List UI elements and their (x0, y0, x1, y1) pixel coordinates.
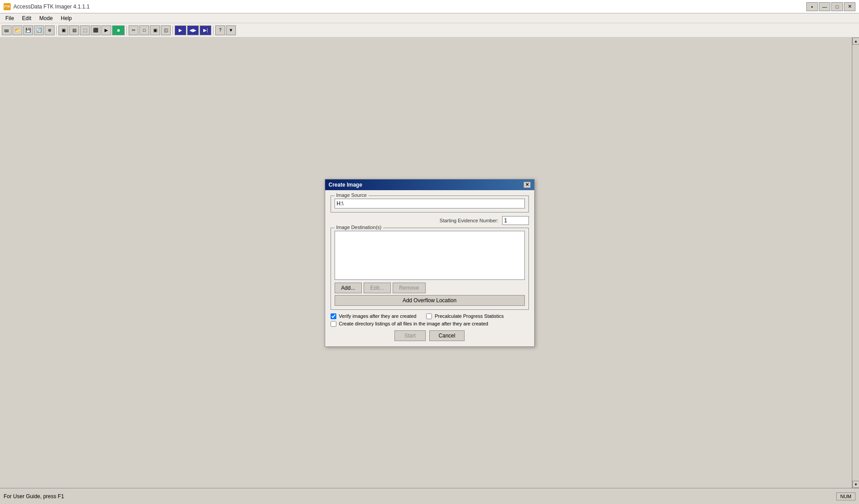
dialog-overlay: Create Image ✕ Image Source Starting Evi… (0, 37, 859, 488)
create-image-dialog: Create Image ✕ Image Source Starting Evi… (325, 179, 535, 347)
toolbar-btn-15[interactable]: ◫ (161, 25, 171, 35)
menu-bar: File Edit Mode Help (0, 13, 859, 23)
checkbox-row-2: Create directory listings of all files i… (331, 321, 529, 327)
menu-edit[interactable]: Edit (18, 14, 35, 22)
dialog-close-button[interactable]: ✕ (524, 182, 531, 188)
start-button[interactable]: Start (394, 330, 426, 341)
menu-mode[interactable]: Mode (36, 14, 56, 22)
toolbar-btn-6[interactable]: ▣ (59, 25, 68, 35)
toolbar-btn-13[interactable]: □ (139, 25, 149, 35)
dialog-title: Create Image (329, 182, 362, 188)
toolbar-btn-7[interactable]: ▤ (69, 25, 79, 35)
title-bar: FTK AccessData FTK Imager 4.1.1.1 ▪ — □ … (0, 0, 859, 13)
toolbar-btn-help[interactable]: ? (215, 25, 225, 35)
evidence-number-label: Starting Evidence Number: (440, 218, 498, 223)
precalculate-checkbox[interactable] (426, 313, 432, 319)
app-title: AccessData FTK Imager 4.1.1.1 (13, 4, 90, 10)
evidence-number-row: Starting Evidence Number: (331, 216, 529, 225)
add-overflow-button[interactable]: Add Overflow Location (335, 295, 525, 306)
image-source-group: Image Source (331, 196, 529, 212)
status-text: For User Guide, press F1 (4, 493, 64, 500)
maximize-button[interactable]: □ (831, 2, 843, 11)
menu-file[interactable]: File (2, 14, 17, 22)
title-bar-left: FTK AccessData FTK Imager 4.1.1.1 (4, 3, 90, 10)
num-indicator: NUM (836, 492, 855, 500)
verify-images-checkbox[interactable] (331, 313, 336, 319)
dialog-title-bar[interactable]: Create Image ✕ (325, 179, 534, 190)
toolbar-btn-1[interactable]: 🖴 (2, 25, 12, 35)
separator-2 (126, 26, 127, 35)
toolbar-btn-18[interactable]: ▶| (200, 25, 211, 35)
toolbar-btn-2[interactable]: 📂 (13, 25, 22, 35)
window-controls: ▪ — □ ✕ (806, 2, 855, 11)
destination-buttons: Add... Edit... Remove (335, 283, 525, 293)
pin-button[interactable]: ▪ (806, 2, 818, 11)
image-source-legend: Image Source (335, 192, 369, 198)
evidence-number-input[interactable] (502, 216, 529, 225)
create-directory-checkbox[interactable] (331, 321, 336, 327)
close-button[interactable]: ✕ (844, 2, 855, 11)
toolbar-btn-10[interactable]: ▶ (101, 25, 111, 35)
toolbar-btn-extra[interactable]: ▼ (226, 25, 236, 35)
remove-button[interactable]: Remove (393, 283, 426, 293)
dialog-content: Image Source Starting Evidence Number: I… (325, 190, 534, 346)
toolbar-btn-14[interactable]: ▣ (150, 25, 160, 35)
toolbar: 🖴 📂 💾 🔄 ⊕ ▣ ▤ ⬚ ⬛ ▶ ■ ✂ □ ▣ ◫ ▶ ◀▶ ▶| ? … (0, 23, 859, 37)
image-destination-group: Image Destination(s) Add... Edit... Remo… (331, 228, 529, 310)
menu-help[interactable]: Help (57, 14, 75, 22)
precalculate-label: Precalculate Progress Statistics (435, 313, 504, 319)
app-icon: FTK (4, 3, 11, 10)
checkbox-row-1: Verify images after they are created Pre… (331, 313, 529, 319)
toolbar-btn-16[interactable]: ▶ (175, 25, 186, 35)
status-bar: For User Guide, press F1 NUM (0, 488, 859, 504)
create-directory-label: Create directory listings of all files i… (339, 321, 488, 326)
separator-3 (172, 26, 173, 35)
image-destination-legend: Image Destination(s) (335, 225, 384, 230)
checkbox-section: Verify images after they are created Pre… (331, 313, 529, 327)
add-button[interactable]: Add... (335, 283, 362, 293)
minimize-button[interactable]: — (819, 2, 830, 11)
separator-1 (56, 26, 57, 35)
bottom-buttons: Start Cancel (331, 330, 529, 341)
toolbar-btn-11[interactable]: ■ (112, 25, 125, 35)
separator-4 (213, 26, 214, 35)
toolbar-btn-3[interactable]: 💾 (23, 25, 33, 35)
toolbar-btn-9[interactable]: ⬛ (91, 25, 101, 35)
edit-button[interactable]: Edit... (364, 283, 391, 293)
destination-list[interactable] (335, 231, 525, 280)
image-source-input[interactable] (335, 199, 525, 208)
toolbar-btn-17[interactable]: ◀▶ (187, 25, 199, 35)
cancel-button[interactable]: Cancel (429, 330, 465, 341)
toolbar-btn-4[interactable]: 🔄 (34, 25, 44, 35)
status-right: NUM (836, 492, 855, 500)
toolbar-btn-5[interactable]: ⊕ (45, 25, 54, 35)
toolbar-btn-8[interactable]: ⬚ (80, 25, 90, 35)
verify-images-label: Verify images after they are created (339, 313, 417, 319)
toolbar-btn-12[interactable]: ✂ (129, 25, 138, 35)
